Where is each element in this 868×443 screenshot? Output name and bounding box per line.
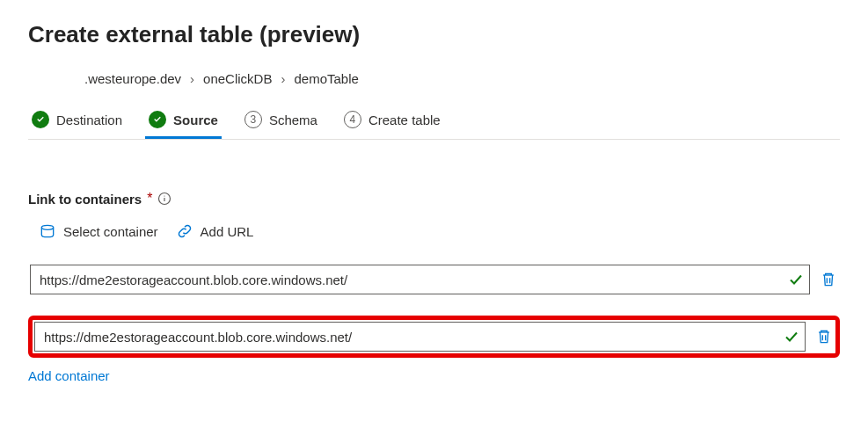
check-circle-icon <box>32 111 49 128</box>
link-containers-label-row: Link to containers * <box>28 191 840 207</box>
checkmark-icon <box>784 330 799 344</box>
select-container-label: Select container <box>63 224 158 239</box>
check-circle-icon <box>149 111 166 128</box>
link-icon <box>176 222 193 240</box>
container-row <box>28 316 840 358</box>
add-url-label: Add URL <box>201 224 254 239</box>
breadcrumb-item-cluster[interactable]: .westeurope.dev <box>84 71 181 86</box>
chevron-right-icon: › <box>190 71 194 86</box>
step-source[interactable]: Source <box>145 111 222 139</box>
delete-container-button[interactable] <box>819 270 838 289</box>
step-label: Destination <box>56 113 122 127</box>
info-icon[interactable] <box>157 192 171 206</box>
container-url-input-wrap <box>30 265 810 294</box>
step-destination[interactable]: Destination <box>28 111 126 139</box>
step-create-table[interactable]: 4 Create table <box>340 111 444 139</box>
step-label: Schema <box>269 113 317 127</box>
delete-container-button[interactable] <box>814 327 834 346</box>
add-container-link[interactable]: Add container <box>28 368 110 383</box>
add-url-button[interactable]: Add URL <box>176 222 254 240</box>
container-row <box>28 265 840 294</box>
breadcrumb-item-database[interactable]: oneClickDB <box>203 71 272 86</box>
breadcrumb-item-table: demoTable <box>294 71 358 86</box>
breadcrumb: .westeurope.dev › oneClickDB › demoTable <box>84 71 840 86</box>
link-containers-label: Link to containers <box>28 192 142 207</box>
step-schema[interactable]: 3 Schema <box>241 111 321 139</box>
select-container-button[interactable]: Select container <box>39 222 158 240</box>
svg-point-1 <box>164 195 165 196</box>
container-url-input[interactable] <box>34 322 806 352</box>
step-label: Create table <box>368 113 441 127</box>
container-actions: Select container Add URL <box>39 222 840 240</box>
container-icon <box>39 222 56 240</box>
container-url-input-wrap <box>34 322 806 352</box>
page-title: Create external table (preview) <box>28 21 840 48</box>
container-url-input[interactable] <box>30 265 810 294</box>
step-label: Source <box>173 113 218 127</box>
checkmark-icon <box>789 272 803 287</box>
required-asterisk: * <box>147 191 152 207</box>
wizard-steps: Destination Source 3 Schema 4 Create tab… <box>28 111 840 140</box>
chevron-right-icon: › <box>281 71 285 86</box>
step-number-icon: 3 <box>244 111 262 128</box>
step-number-icon: 4 <box>344 111 361 128</box>
